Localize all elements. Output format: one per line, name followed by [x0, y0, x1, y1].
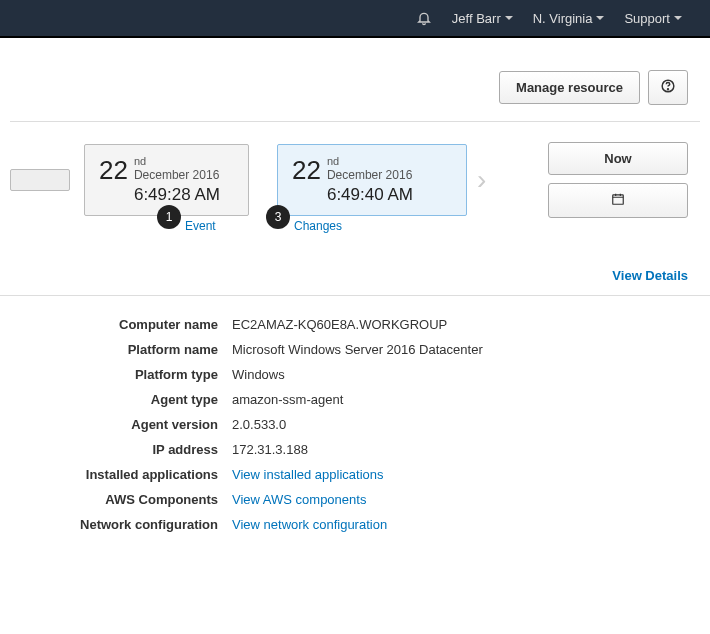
value-platform-name: Microsoft Windows Server 2016 Datacenter — [232, 342, 483, 357]
notifications-icon[interactable] — [408, 10, 440, 26]
support-label: Support — [624, 11, 670, 26]
value-ip-address: 172.31.3.188 — [232, 442, 308, 457]
user-name: Jeff Barr — [452, 11, 501, 26]
detail-row: Platform type Windows — [22, 362, 688, 387]
detail-row: Network configuration View network confi… — [22, 512, 688, 537]
link-installed-apps[interactable]: View installed applications — [232, 467, 384, 482]
now-button[interactable]: Now — [548, 142, 688, 175]
timeline-card-event[interactable]: 22 nd December 2016 6:49:28 AM 1 Event — [84, 144, 249, 216]
svg-rect-2 — [613, 195, 624, 204]
label-installed-apps: Installed applications — [22, 467, 232, 482]
region-menu[interactable]: N. Virginia — [525, 11, 613, 26]
page-toolbar: Manage resource — [0, 38, 710, 121]
detail-row: Agent type amazon-ssm-agent — [22, 387, 688, 412]
chevron-down-icon — [505, 16, 513, 20]
chevron-down-icon — [674, 16, 682, 20]
help-button[interactable] — [648, 70, 688, 105]
day-suffix: nd — [134, 155, 220, 168]
label-aws-components: AWS Components — [22, 492, 232, 507]
timeline-card-partial[interactable] — [10, 169, 70, 191]
time: 6:49:28 AM — [134, 185, 220, 205]
user-menu[interactable]: Jeff Barr — [444, 11, 521, 26]
detail-row: Platform name Microsoft Windows Server 2… — [22, 337, 688, 362]
month-year: December 2016 — [134, 168, 220, 182]
detail-row: AWS Components View AWS components — [22, 487, 688, 512]
support-menu[interactable]: Support — [616, 11, 690, 26]
value-agent-type: amazon-ssm-agent — [232, 392, 343, 407]
link-aws-components[interactable]: View AWS components — [232, 492, 366, 507]
value-computer-name: EC2AMAZ-KQ60E8A.WORKGROUP — [232, 317, 447, 332]
view-details-row: View Details — [0, 228, 710, 295]
help-icon — [661, 79, 675, 96]
value-platform-type: Windows — [232, 367, 285, 382]
label-ip-address: IP address — [22, 442, 232, 457]
view-details-link[interactable]: View Details — [612, 268, 688, 283]
manage-resource-button[interactable]: Manage resource — [499, 71, 640, 104]
resource-details: Computer name EC2AMAZ-KQ60E8A.WORKGROUP … — [0, 295, 710, 567]
timeline-card-changes[interactable]: 22 nd December 2016 6:49:40 AM 3 Changes — [277, 144, 467, 216]
topbar: Jeff Barr N. Virginia Support — [0, 0, 710, 38]
calendar-button[interactable] — [548, 183, 688, 218]
timeline: 22 nd December 2016 6:49:28 AM 1 Event 2… — [0, 122, 710, 228]
label-platform-name: Platform name — [22, 342, 232, 357]
day-number: 22 — [99, 155, 128, 186]
month-year: December 2016 — [327, 168, 413, 182]
timeline-controls: Now — [548, 142, 688, 218]
link-network-config[interactable]: View network configuration — [232, 517, 387, 532]
time: 6:49:40 AM — [327, 185, 413, 205]
day-suffix: nd — [327, 155, 413, 168]
detail-row: Agent version 2.0.533.0 — [22, 412, 688, 437]
chevron-down-icon — [596, 16, 604, 20]
changes-count-badge: 3 — [266, 205, 290, 229]
value-agent-version: 2.0.533.0 — [232, 417, 286, 432]
label-network-config: Network configuration — [22, 517, 232, 532]
label-agent-version: Agent version — [22, 417, 232, 432]
region-name: N. Virginia — [533, 11, 593, 26]
event-count-badge: 1 — [157, 205, 181, 229]
detail-row: Computer name EC2AMAZ-KQ60E8A.WORKGROUP — [22, 312, 688, 337]
label-agent-type: Agent type — [22, 392, 232, 407]
detail-row: IP address 172.31.3.188 — [22, 437, 688, 462]
chevron-right-icon[interactable]: › — [467, 164, 496, 196]
svg-point-1 — [668, 89, 669, 90]
label-platform-type: Platform type — [22, 367, 232, 382]
label-computer-name: Computer name — [22, 317, 232, 332]
changes-link[interactable]: Changes — [294, 219, 342, 233]
event-link[interactable]: Event — [185, 219, 216, 233]
day-number: 22 — [292, 155, 321, 186]
detail-row: Installed applications View installed ap… — [22, 462, 688, 487]
calendar-icon — [610, 192, 626, 209]
